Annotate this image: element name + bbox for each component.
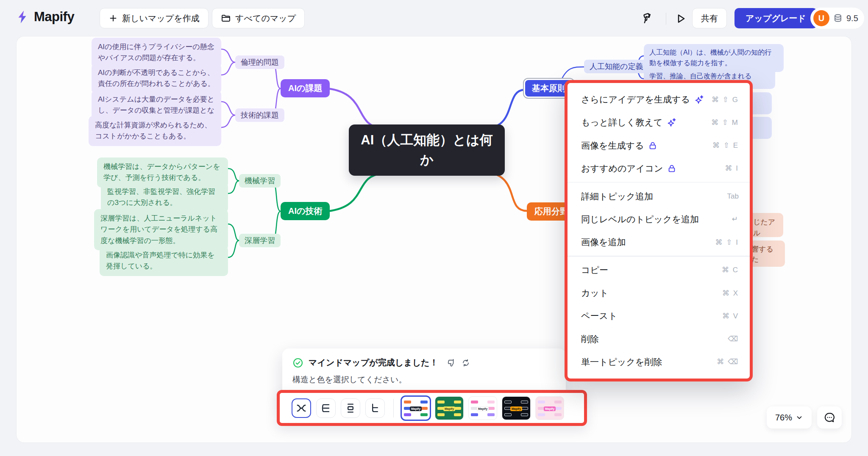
menu-item-label: カット <box>581 287 608 299</box>
partial-node-text: じたアル <box>753 217 777 239</box>
mindmap-node[interactable]: 人工知能の定義 <box>584 60 648 73</box>
thumbs-down-icon[interactable] <box>447 358 456 368</box>
menu-shortcut: ⌘ ⇧ E <box>712 141 739 150</box>
mindmap-node[interactable]: AIの判断が不透明であることから、責任の所在が問われることがある。 <box>92 64 221 94</box>
menu-shortcut: ⌘ V <box>722 312 739 321</box>
theme-center-label: Mapify <box>443 406 455 411</box>
menu-item-label: 画像を生成する <box>581 140 644 152</box>
menu-shortcut: ⌘ ⇧ G <box>712 95 739 104</box>
menu-item-generate-image[interactable]: 画像を生成する ⌘ ⇧ E <box>568 134 750 157</box>
menu-item-label: さらにアイデアを生成する <box>581 94 690 105</box>
theme-center-label: Mapify <box>544 406 556 411</box>
menu-shortcut: ⌘ ⇧ M <box>711 118 739 127</box>
format-painter-icon[interactable] <box>638 10 655 27</box>
theme-center-label: Mapify <box>477 406 489 411</box>
new-map-label: 新しいマップを作成 <box>122 13 200 24</box>
toast-title: マインドマップが完成しました！ <box>309 357 438 368</box>
upgrade-button[interactable]: アップグレード <box>734 8 817 28</box>
layout-mind-map-both-sides-button[interactable] <box>292 398 311 418</box>
chevron-down-icon <box>796 414 803 421</box>
sparkle-icon <box>694 94 704 105</box>
lock-icon <box>667 164 676 173</box>
mindmap-node[interactable]: 倫理的問題 <box>235 55 284 69</box>
layout-tree-chart-button[interactable] <box>365 398 385 418</box>
zoom-level-dropdown[interactable]: 76% <box>767 406 812 428</box>
avatar[interactable]: U <box>813 10 829 26</box>
menu-item-label: もっと詳しく教えて <box>581 116 662 128</box>
share-label: 共有 <box>701 13 718 24</box>
brand[interactable]: Mapify <box>15 9 74 25</box>
mapify-logo-icon <box>15 9 31 25</box>
menu-shortcut: ⌘ ⇧ I <box>715 238 739 247</box>
menu-shortcut: ⌫ <box>728 334 739 343</box>
menu-item-tell-me-more[interactable]: もっと詳しく教えて ⌘ ⇧ M <box>568 111 750 134</box>
menu-item-cut[interactable]: カット ⌘ X <box>568 282 750 304</box>
theme-thumbnail-dark[interactable]: Mapify <box>502 396 531 420</box>
header: Mapify 新しいマップを作成 すべてのマップ 共有 <box>0 0 868 36</box>
folder-icon <box>221 13 231 23</box>
all-maps-button[interactable]: すべてのマップ <box>212 8 305 28</box>
menu-item-delete[interactable]: 削除 ⌫ <box>568 327 750 350</box>
mindmap-root-node[interactable]: AI（人工知能）とは何か <box>349 124 505 176</box>
menu-item-label: 詳細トピック追加 <box>581 191 653 202</box>
menu-shortcut: ⌘ C <box>722 265 739 274</box>
regenerate-icon[interactable] <box>461 358 470 368</box>
menu-item-add-subtopic[interactable]: 詳細トピック追加 Tab <box>568 185 750 207</box>
structure-and-theme-toolbar: Mapify Mapify Mapify Mapify Mapify <box>277 390 587 426</box>
theme-thumbnail-green[interactable]: Mapify <box>435 396 464 420</box>
new-map-button[interactable]: 新しいマップを作成 <box>100 8 209 28</box>
theme-center-label: Mapify <box>410 406 422 411</box>
layout-mind-map-right-button[interactable] <box>316 398 336 418</box>
mindmap-node[interactable]: 監視学習、非監視学習、強化学習の3つに大別される。 <box>101 182 228 213</box>
upgrade-label: アップグレード <box>746 13 806 24</box>
play-presentation-icon[interactable] <box>672 10 689 27</box>
mindmap-node[interactable]: 深層学習 <box>239 234 281 247</box>
menu-shortcut: ⌘ I <box>725 164 739 173</box>
lock-icon <box>648 141 657 150</box>
mindmap-node[interactable]: AIの技術 <box>281 202 330 220</box>
check-circle-icon <box>292 357 303 368</box>
sparkle-icon <box>667 117 677 127</box>
zoom-level-value: 76% <box>775 413 792 423</box>
partial-node-text: 。 <box>749 265 779 275</box>
menu-shortcut: ↵ <box>732 215 739 224</box>
node-context-menu: さらにアイデアを生成する ⌘ ⇧ G もっと詳しく教えて ⌘ ⇧ M 画像を生成… <box>565 80 753 381</box>
menu-item-label: 画像を追加 <box>581 236 626 248</box>
layout-org-chart-button[interactable] <box>341 398 360 418</box>
menu-divider <box>568 182 750 182</box>
credits-icon <box>833 13 843 23</box>
all-maps-label: すべてのマップ <box>235 13 296 24</box>
toast-subtitle: 構造と色を選択してください。 <box>292 374 556 385</box>
menu-shortcut: ⌘ ⌫ <box>717 357 739 366</box>
chat-bubble-icon <box>823 412 835 423</box>
theme-thumbnail-pink[interactable]: Mapify <box>535 396 564 420</box>
feedback-chat-button[interactable] <box>817 406 842 428</box>
menu-item-add-image[interactable]: 画像を追加 ⌘ ⇧ I <box>568 231 750 254</box>
mindmap-node[interactable]: 画像認識や音声処理で特に効果を発揮している。 <box>100 246 228 276</box>
menu-item-copy[interactable]: コピー ⌘ C <box>568 259 750 282</box>
mapify-app: Mapify 新しいマップを作成 すべてのマップ 共有 <box>0 0 868 456</box>
menu-item-label: 同じレベルのトピックを追加 <box>581 213 699 225</box>
menu-item-paste[interactable]: ペースト ⌘ V <box>568 304 750 327</box>
account-credits[interactable]: U 9.5 <box>810 8 864 29</box>
mindmap-node[interactable]: AIの課題 <box>281 79 330 97</box>
brand-name: Mapify <box>34 9 74 25</box>
partial-node-text: 響するた <box>751 244 779 265</box>
mindmap-node[interactable]: 高度な計算資源が求められるため、コストがかかることもある。 <box>89 116 221 146</box>
theme-thumbnail-light[interactable]: Mapify <box>468 396 497 420</box>
mindmap-node[interactable]: 深層学習は、人工ニューラルネットワークを用いてデータを処理する高度な機械学習の一… <box>94 209 228 250</box>
toolbar-divider <box>393 399 394 417</box>
mindmap-node[interactable]: 機械学習 <box>239 174 281 188</box>
menu-item-label: 削除 <box>581 333 599 345</box>
credits-value: 9.5 <box>846 14 858 23</box>
menu-item-recommended-icons[interactable]: おすすめのアイコン ⌘ I <box>568 157 750 180</box>
menu-item-label: おすすめのアイコン <box>581 163 663 174</box>
menu-shortcut: ⌘ X <box>722 289 739 298</box>
menu-item-delete-single-topic[interactable]: 単一トピックを削除 ⌘ ⌫ <box>568 351 750 373</box>
theme-thumbnail-colorful[interactable]: Mapify <box>401 396 430 420</box>
header-divider <box>666 13 666 25</box>
menu-item-generate-more-ideas[interactable]: さらにアイデアを生成する ⌘ ⇧ G <box>568 88 750 111</box>
menu-item-add-sibling-topic[interactable]: 同じレベルのトピックを追加 ↵ <box>568 208 750 231</box>
share-button[interactable]: 共有 <box>692 8 727 28</box>
mindmap-node[interactable]: 技術的課題 <box>235 108 284 122</box>
